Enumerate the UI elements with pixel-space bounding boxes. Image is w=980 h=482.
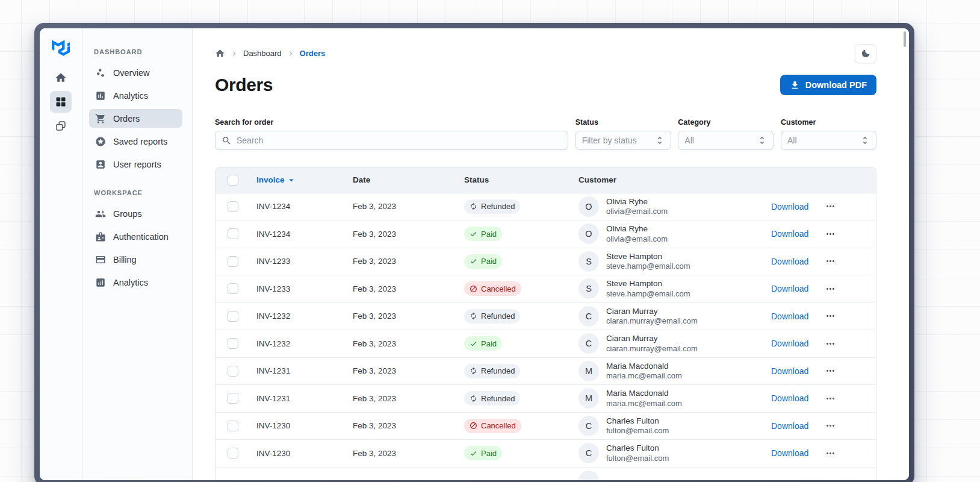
row-checkbox[interactable]	[228, 366, 238, 377]
download-icon	[790, 80, 800, 90]
category-filter: Category All	[678, 118, 774, 150]
download-link[interactable]: Download	[771, 311, 808, 321]
row-checkbox[interactable]	[228, 283, 238, 294]
search-input[interactable]	[237, 136, 562, 145]
breadcrumb-dashboard[interactable]: Dashboard	[243, 49, 282, 58]
sidebar-item-groups[interactable]: Groups	[89, 204, 182, 223]
invoice-cell: INV-1234	[256, 221, 353, 248]
sort-caret-icon	[286, 175, 297, 186]
category-filter-select[interactable]: All	[678, 131, 774, 150]
mui-logo	[52, 40, 70, 56]
download-link[interactable]: Download	[771, 393, 808, 403]
section-label-workspace: WORKSPACE	[94, 189, 182, 196]
status-badge: Refunded	[464, 199, 520, 214]
table-row: INV-1233Feb 3, 2023PaidSSteve Hamptonste…	[216, 248, 876, 275]
customer-filter-select[interactable]: All	[781, 131, 876, 150]
row-checkbox[interactable]	[228, 421, 238, 431]
column-header-actions	[771, 167, 876, 193]
download-link[interactable]: Download	[771, 229, 808, 239]
chevron-right-icon	[287, 49, 295, 58]
sidebar-item-orders[interactable]: Orders	[89, 109, 182, 128]
chevron-right-icon	[230, 49, 238, 58]
row-menu-button[interactable]	[825, 256, 836, 266]
download-link[interactable]: Download	[771, 421, 808, 431]
sidebar-item-label: Analytics	[113, 278, 148, 287]
people-icon	[95, 208, 106, 219]
sidebar-item-analytics[interactable]: Analytics	[89, 86, 182, 105]
row-checkbox[interactable]	[228, 448, 238, 459]
avatar: M	[578, 361, 599, 381]
row-menu-button[interactable]	[825, 201, 836, 211]
select-all-checkbox[interactable]	[228, 175, 238, 186]
download-link[interactable]: Download	[771, 339, 808, 348]
status-badge: Paid	[464, 227, 502, 241]
star-circle-icon	[95, 136, 106, 147]
search-icon	[222, 136, 232, 146]
status-label: Paid	[481, 230, 497, 239]
customer-email: maria.mc@email.com	[606, 371, 682, 381]
invoice-cell: INV-1230	[256, 440, 353, 468]
row-checkbox[interactable]	[228, 256, 238, 267]
scrollbar[interactable]	[904, 31, 906, 47]
sidebar-item-authentication[interactable]: Authentication	[89, 227, 182, 246]
status-filter-select[interactable]: Filter by status	[575, 131, 671, 150]
row-menu-button[interactable]	[825, 311, 836, 321]
rail-button-windows[interactable]	[50, 115, 72, 137]
row-checkbox[interactable]	[228, 228, 238, 239]
autorenew-icon	[470, 367, 477, 375]
row-menu-button[interactable]	[825, 448, 836, 459]
row-menu-button[interactable]	[825, 393, 836, 404]
autorenew-icon	[470, 312, 477, 320]
section-label-dashboard: DASHBOARD	[94, 48, 182, 55]
row-menu-button[interactable]	[825, 284, 836, 294]
search-field: Search for order	[215, 118, 568, 150]
sidebar-item-saved-reports[interactable]: Saved reports	[89, 132, 182, 151]
chevron-up-down-icon	[860, 136, 870, 145]
date-cell: Feb 3, 2023	[353, 248, 464, 275]
dark-mode-toggle[interactable]	[855, 44, 876, 63]
page-title: Orders	[215, 75, 273, 95]
rail-button-home[interactable]	[50, 67, 72, 89]
status-badge: Refunded	[464, 309, 520, 324]
download-link[interactable]: Download	[771, 448, 808, 458]
sidebar-item-billing[interactable]: Billing	[89, 250, 182, 269]
download-link[interactable]: Download	[771, 366, 808, 376]
scatter-icon	[95, 67, 106, 78]
row-menu-button[interactable]	[825, 421, 836, 431]
row-menu-button[interactable]	[825, 229, 836, 239]
row-menu-button[interactable]	[825, 339, 836, 349]
credit-card-icon	[95, 254, 106, 265]
row-checkbox[interactable]	[228, 201, 238, 212]
app-window: DASHBOARDOverviewAnalyticsOrdersSaved re…	[34, 23, 914, 482]
rail-button-dashboard-grid[interactable]	[50, 91, 72, 113]
row-menu-button[interactable]	[825, 366, 836, 376]
sidebar-item-overview[interactable]: Overview	[89, 63, 182, 82]
row-checkbox[interactable]	[228, 338, 238, 349]
download-link[interactable]: Download	[771, 257, 808, 266]
avatar: C	[578, 306, 599, 327]
customer-filter-label: Customer	[781, 118, 876, 127]
sidebar-item-analytics[interactable]: Analytics	[89, 273, 182, 292]
customer-filter: Customer All	[781, 118, 876, 150]
download-link[interactable]: Download	[771, 202, 808, 211]
date-cell: Feb 3, 2023	[353, 385, 464, 413]
column-header-invoice[interactable]: Invoice	[256, 167, 353, 193]
download-pdf-button[interactable]: Download PDF	[780, 75, 876, 95]
breadcrumb-home-icon[interactable]	[215, 48, 225, 58]
avatar: C	[578, 443, 599, 463]
sidebar-item-user-reports[interactable]: User reports	[89, 155, 182, 174]
invoice-cell: INV-1231	[256, 385, 353, 413]
row-checkbox[interactable]	[228, 311, 238, 322]
block-icon	[470, 285, 477, 293]
customer-cell: CCharles Fultonfulton@email.com	[578, 416, 771, 436]
category-filter-label: Category	[678, 118, 774, 127]
download-link[interactable]: Download	[771, 284, 808, 293]
row-checkbox[interactable]	[228, 393, 238, 404]
status-label: Refunded	[481, 394, 515, 403]
chevron-up-down-icon	[655, 136, 665, 145]
autorenew-icon	[470, 395, 477, 402]
sidebar-item-label: User reports	[113, 160, 161, 169]
table-row: INV-1233Feb 3, 2023CancelledSSteve Hampt…	[216, 275, 876, 303]
customer-email: ciaran.murray@email.com	[606, 344, 698, 354]
windows-icon	[55, 120, 67, 132]
